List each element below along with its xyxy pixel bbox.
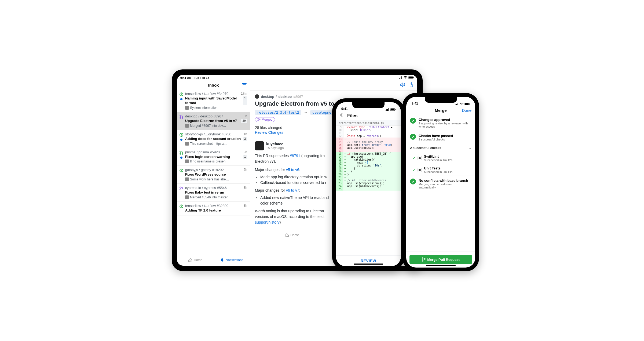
done-button[interactable]: Done: [462, 108, 471, 113]
code-line: 21+: [336, 176, 401, 179]
diff-marker: [343, 129, 347, 132]
svg-rect-15: [181, 135, 182, 136]
item-repo: tensorflow / t…rflow #34070: [185, 92, 228, 96]
pr-open-icon: [179, 151, 184, 155]
svg-rect-40: [457, 103, 458, 105]
svg-rect-33: [387, 109, 388, 111]
diff-marker: -: [343, 140, 347, 143]
code-text: duration: '10s',: [347, 164, 383, 167]
item-time: 2h: [244, 168, 247, 172]
back-button[interactable]: [340, 113, 345, 118]
svg-point-23: [180, 189, 181, 190]
svg-point-24: [182, 189, 183, 190]
notch: [352, 102, 385, 108]
inbox-item[interactable]: storybookjs /…orybook #87501h Adding doc…: [177, 130, 250, 148]
diff-marker: +: [343, 185, 347, 188]
line-number: 19: [336, 170, 343, 173]
svg-rect-9: [181, 95, 182, 96]
issue-open-icon: [179, 92, 184, 97]
issue-link[interactable]: #8791: [290, 154, 300, 158]
check-icon: ✓: [413, 168, 415, 172]
line-number: 17: [336, 149, 343, 152]
detail-toolbar: [250, 81, 417, 91]
inbox-item[interactable]: prisma / prisma #59202h Fixes login scre…: [177, 148, 250, 166]
status-icons: [455, 103, 470, 105]
phone-files-screen: 9:41 Files src/interfaces/api/schema.js …: [336, 102, 401, 266]
ci-provider-icon: [418, 156, 422, 160]
inbox-sidebar: Inbox tensorflow / t…rflow #3407017m Nam…: [177, 81, 250, 266]
home-indicator: [426, 265, 456, 266]
issue-open-icon: [179, 133, 184, 137]
svg-rect-6: [414, 77, 414, 78]
tab-home-detail[interactable]: Home: [250, 229, 334, 241]
inbox-list[interactable]: tensorflow / t…rflow #3407017m Naming in…: [177, 90, 250, 254]
code-line: 15+ rateLimiter({: [336, 158, 401, 161]
item-repo: cypress-io / cypress #5546: [185, 186, 227, 190]
inbox-item[interactable]: cypress-io / cypress #55463h Fixes flaky…: [177, 184, 250, 202]
wifi-icon: [404, 76, 407, 79]
svg-rect-32: [386, 109, 387, 111]
code-line: 23+app.use(compression());: [336, 182, 401, 185]
ipad-status-bar: 9:41 AM Tue Feb 18: [177, 75, 417, 81]
line-number: 15: [336, 143, 343, 146]
code-line: 17+ duration: '10s',: [336, 164, 401, 167]
code-line: 19+ ): [336, 170, 401, 173]
speaker-button[interactable]: [400, 82, 405, 89]
signal-icon: [399, 76, 403, 79]
github-icon: [255, 94, 259, 99]
code-line: 18+ }): [336, 167, 401, 170]
line-number: 17: [336, 164, 343, 167]
item-sub: Merged #5546 into master.: [190, 195, 228, 199]
phone-merge-screen: 9:41 Merge Done Changes approved1 approv…: [406, 97, 475, 268]
svg-rect-2: [401, 77, 401, 79]
line-number: 12: [336, 135, 343, 138]
diff-marker: -: [343, 138, 347, 140]
inbox-item[interactable]: desktop / desktop #89673h Upgrade Electr…: [177, 112, 250, 130]
merge-body: Changes approved1 approving review by a …: [406, 115, 475, 251]
tab-home[interactable]: Home: [177, 254, 214, 266]
line-number: 13: [336, 152, 343, 155]
svg-rect-8: [181, 94, 182, 95]
item-time: 3h: [244, 204, 247, 208]
avatar-icon: [185, 142, 189, 146]
inbox-item[interactable]: gatsbyjs / gatsby #192922h Fixes WordPre…: [177, 166, 250, 184]
svg-point-46: [419, 169, 421, 171]
tab-bar: Home Notifications: [177, 254, 250, 266]
svg-rect-5: [409, 77, 413, 79]
filter-button[interactable]: [242, 83, 247, 88]
share-button[interactable]: [409, 82, 414, 89]
merged-badge: Merged: [255, 117, 275, 122]
inbox-item[interactable]: tensorflow / t…rflow #3407017m Naming in…: [177, 90, 250, 112]
check-item[interactable]: ✓ Unit TestsSucceeded in 9m 14s: [406, 164, 475, 176]
code-diff[interactable]: 9 export type GraphQLContext =10 user: D…: [336, 126, 401, 255]
diff-marker: [343, 132, 347, 135]
merge-title: Merge: [435, 108, 447, 113]
check-item[interactable]: ✓ SwiftLintSucceeded in 1m 12s: [406, 152, 475, 164]
tab-notifications[interactable]: Notifications: [214, 254, 250, 266]
item-time: 17m: [241, 92, 247, 96]
check-sub: Succeeded in 9m 14s: [424, 170, 452, 173]
inbox-item[interactable]: tensorflow / t…rflow #328093h Adding TF …: [177, 202, 250, 216]
conflicts-sub: Merging can be performed automatically.: [419, 183, 471, 189]
merge-row-sub: 1 approving review by a reviewer with wr…: [419, 122, 471, 128]
code-text: app.set('trust proxy', true): [347, 143, 393, 146]
item-title: Upgrade Electron from v5 to v7: [185, 119, 237, 123]
item-repo: tensorflow / t…rflow #32809: [185, 204, 228, 208]
sidebar-title: Inbox: [208, 83, 219, 87]
conflicts-title: No conflicts with base branch: [419, 179, 471, 183]
code-text: rateLimiter({: [347, 158, 375, 161]
line-number: 16: [336, 146, 343, 149]
checks-section-header[interactable]: 2 successful checks: [406, 144, 475, 152]
item-title: Naming input with SavedModel format: [185, 96, 241, 105]
merge-status-row: Checks have passed2 successful checks: [406, 131, 475, 144]
svg-rect-39: [456, 104, 457, 105]
conflicts-row: No conflicts with base branch Merging ca…: [406, 176, 475, 192]
merge-pr-button[interactable]: Merge Pull Request: [409, 255, 472, 264]
svg-rect-21: [181, 171, 182, 172]
item-repo: storybookjs /…orybook #8750: [185, 132, 231, 136]
status-date: Tue Feb 18: [194, 76, 209, 79]
code-line: 17-: [336, 149, 401, 152]
item-sub: This screenshot: https://…: [190, 142, 227, 146]
item-badge: 29: [241, 119, 247, 123]
code-text: }): [347, 167, 357, 170]
